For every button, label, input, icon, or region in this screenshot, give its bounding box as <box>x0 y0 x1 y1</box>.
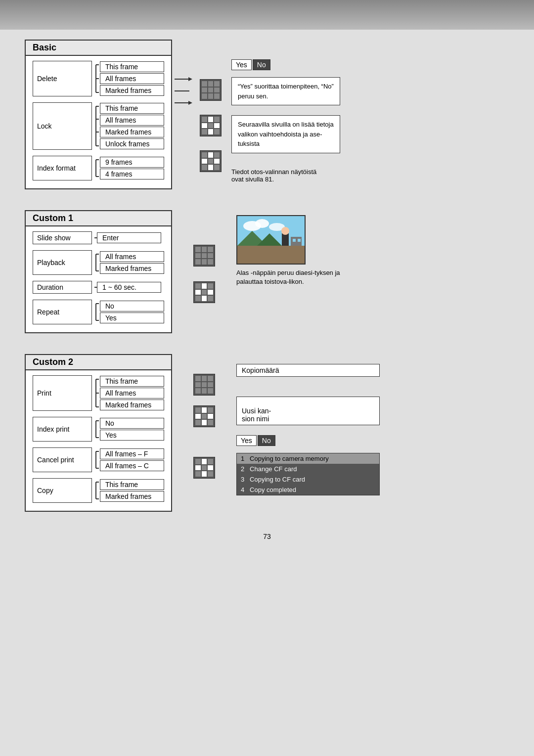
lock-block: Lock This frame All frames <box>33 102 164 150</box>
index-print-no: No <box>100 418 164 429</box>
svg-rect-32 <box>282 233 289 246</box>
duration-block: Duration 1 ~ 60 sec. <box>33 281 164 294</box>
print-marked-frames: Marked frames <box>100 400 164 410</box>
repeat-block: Repeat No Yes <box>33 300 164 324</box>
print-bracket <box>92 375 100 411</box>
index-subitems: 9 frames 4 frames <box>100 156 164 180</box>
basic-section: Basic Delete This f <box>25 40 509 198</box>
copy-label: Copy <box>33 478 92 503</box>
basic-yesno-info: “Yes” suorittaa toimenpiteen, “No” peruu… <box>231 77 340 105</box>
grid-custom1-1 <box>193 245 215 267</box>
index-format-label: Index format <box>33 156 92 180</box>
basic-inner: Delete This frame All frames Marked fra <box>26 56 171 188</box>
playback-bracket <box>92 250 100 275</box>
dropdown-item-3[interactable]: 3 Copying to CF card <box>237 474 379 485</box>
slideshow-subitems: Enter <box>97 231 161 244</box>
cancel-print-all-c: All frames – C <box>100 460 164 471</box>
dropdown-item-4[interactable]: 4 Copy completed <box>237 485 379 495</box>
kopiomaara-label: Kopiomäärä <box>242 366 279 374</box>
basic-title: Basic <box>26 41 171 56</box>
dropdown-item-1[interactable]: 1 Copying to camera memory <box>237 453 379 464</box>
cancel-print-label: Cancel print <box>33 447 92 472</box>
index-print-subitems: No Yes <box>100 417 164 442</box>
delete-all-frames: All frames <box>100 73 164 84</box>
grid-custom1-2 <box>193 281 215 303</box>
cancel-print-all-f: All frames – F <box>100 448 164 459</box>
svg-point-28 <box>255 219 269 228</box>
custom1-caption-text: Alas -näppäin peruu diaesi-tyksen ja pal… <box>236 269 340 285</box>
print-all-frames: All frames <box>100 388 164 399</box>
lock-unlock-frames: Unlock frames <box>100 138 164 149</box>
index-print-label: Index print <box>33 417 92 442</box>
repeat-bracket <box>92 300 100 324</box>
repeat-label: Repeat <box>33 300 92 324</box>
duration-subitems: 1 ~ 60 sec. <box>97 281 161 294</box>
grid-custom2-1 <box>193 374 215 396</box>
custom2-inner: Print This frame All frames Marked fram <box>26 370 171 511</box>
print-subitems: This frame All frames Marked frames <box>100 375 164 411</box>
lock-bracket <box>92 102 100 150</box>
custom1-photo-svg <box>237 216 306 265</box>
page-wrapper: Basic Delete This f <box>0 30 534 756</box>
duration-value: 1 ~ 60 sec. <box>97 282 161 293</box>
custom2-section: Custom 2 Print This <box>25 354 509 521</box>
basic-caption-text: Tiedot otos-valinnan näytöistä ovat sivu… <box>231 168 316 183</box>
index-bracket <box>92 156 100 180</box>
basic-section-box: Basic Delete This f <box>25 40 172 189</box>
custom2-yes-no: Yes No <box>236 435 380 446</box>
uusi-box: Uusi kan- sion nimi <box>236 397 380 425</box>
custom2-no-btn[interactable]: No <box>258 435 275 446</box>
delete-marked-frames: Marked frames <box>100 85 164 96</box>
basic-yes-btn[interactable]: Yes <box>231 59 252 70</box>
custom1-caption: Alas -näppäin peruu diaesi-tyksen ja pal… <box>236 268 350 286</box>
basic-note-box: Seuraavilla sivuilla on lisää tietoja va… <box>231 115 340 153</box>
index-4-frames: 4 frames <box>100 169 164 179</box>
svg-marker-16 <box>188 101 192 105</box>
dropdown-item-2[interactable]: 2 Change CF card <box>237 464 379 474</box>
print-label: Print <box>33 375 92 411</box>
custom1-connectors <box>172 210 231 303</box>
playback-all-frames: All frames <box>100 251 164 262</box>
grid-basic-3 <box>200 150 222 172</box>
slideshow-block: Slide show Enter <box>33 231 164 244</box>
index-format-block: Index format 9 frames 4 frames <box>33 156 164 180</box>
copy-subitems: This frame Marked frames <box>100 478 164 503</box>
custom1-section: Custom 1 Slide show Enter <box>25 210 509 342</box>
page-number: 73 <box>25 533 509 540</box>
cancel-print-subitems: All frames – F All frames – C <box>100 447 164 472</box>
custom2-yes-btn[interactable]: Yes <box>236 435 257 446</box>
copy-bracket <box>92 478 100 503</box>
delete-bracket <box>92 61 100 96</box>
duration-dash <box>92 281 97 294</box>
index-print-bracket <box>92 417 100 442</box>
index-print-yes: Yes <box>100 430 164 441</box>
cancel-print-block: Cancel print All frames – F All frames –… <box>33 447 164 472</box>
lock-marked-frames: Marked frames <box>100 127 164 137</box>
uusi-label: Uusi kan- sion nimi <box>242 407 271 423</box>
playback-label: Playback <box>33 250 92 275</box>
copy-this-frame: This frame <box>100 479 164 490</box>
custom1-photo <box>236 215 306 265</box>
custom1-inner: Slide show Enter Playback <box>26 226 171 332</box>
custom2-title: Custom 2 <box>26 355 171 370</box>
basic-no-btn[interactable]: No <box>253 59 270 70</box>
svg-point-33 <box>281 227 289 235</box>
repeat-no: No <box>100 301 164 311</box>
lock-subitems: This frame All frames Marked frames Unlo… <box>100 102 164 150</box>
basic-connectors <box>172 40 231 172</box>
slideshow-enter: Enter <box>97 232 161 243</box>
basic-note-text: Seuraavilla sivuilla on lisää tietoja va… <box>238 121 334 147</box>
delete-this-frame: This frame <box>100 61 164 72</box>
grid-basic-2 <box>200 115 222 136</box>
repeat-yes: Yes <box>100 312 164 323</box>
repeat-subitems: No Yes <box>100 300 164 324</box>
custom2-dropdown: 1 Copying to camera memory 2 Change CF c… <box>236 453 380 495</box>
svg-rect-26 <box>237 246 306 265</box>
basic-caption: Tiedot otos-valinnan näytöistä ovat sivu… <box>231 168 330 183</box>
playback-block: Playback All frames Marked frames <box>33 250 164 275</box>
cancel-print-bracket <box>92 447 100 472</box>
svg-rect-36 <box>298 239 301 242</box>
svg-rect-35 <box>293 239 296 242</box>
grid-custom2-3 <box>193 457 215 479</box>
delete-label: Delete <box>33 61 92 96</box>
